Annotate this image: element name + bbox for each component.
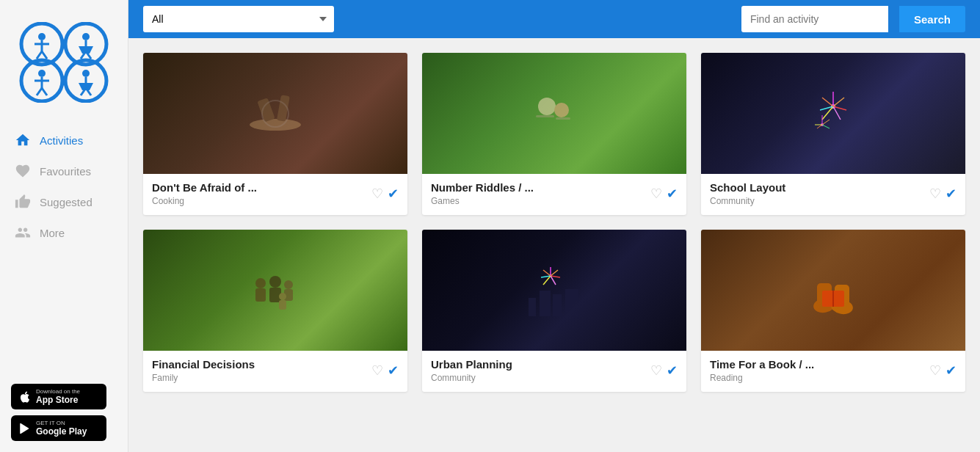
card-school-img-placeholder	[701, 53, 965, 174]
svg-line-43	[822, 125, 830, 128]
card-urban-favourite[interactable]: ♡	[650, 362, 662, 379]
thumb-icon	[15, 194, 31, 210]
sidebar-item-more[interactable]: More	[0, 217, 128, 248]
appstore-sub-label: Download on the	[36, 388, 80, 395]
card-book-image	[701, 230, 965, 351]
category-filter[interactable]: All Cooking Games Community Family Readi…	[143, 6, 334, 32]
svg-point-14	[38, 70, 46, 77]
card-riddles-check[interactable]: ✔	[667, 186, 678, 202]
card-urban-actions: ♡ ✔	[650, 362, 678, 379]
header: All Cooking Games Community Family Readi…	[128, 0, 980, 38]
sidebar-item-suggested[interactable]: Suggested	[0, 186, 128, 217]
riddles-visual	[525, 84, 584, 143]
card-financial-actions: ♡ ✔	[371, 362, 399, 379]
card-book-check[interactable]: ✔	[945, 362, 957, 379]
card-school-image	[701, 53, 965, 174]
card-cooking-info: Don't Be Afraid of ... Cooking	[152, 181, 371, 206]
card-urban-category: Community	[431, 373, 650, 383]
svg-line-61	[551, 276, 560, 277]
svg-line-65	[543, 270, 551, 276]
search-input[interactable]	[741, 6, 888, 32]
card-book-body: Time For a Book / ... Reading ♡ ✔	[701, 351, 965, 392]
card-book-title: Time For a Book / ...	[710, 358, 929, 371]
search-button[interactable]: Search	[899, 6, 965, 32]
card-financial-title: Financial Decisions	[152, 358, 371, 371]
sidebar-label-activities: Activities	[40, 134, 83, 147]
card-cooking-favourite[interactable]: ♡	[371, 186, 383, 202]
sidebar: Activities Favourites Suggested More Dow…	[0, 0, 128, 452]
card-riddles-image	[422, 53, 686, 174]
card-riddles-img-placeholder	[422, 53, 686, 174]
card-urban-body: Urban Planning Community ♡ ✔	[422, 351, 686, 392]
app-logo	[16, 22, 112, 103]
card-urban: Urban Planning Community ♡ ✔	[422, 230, 686, 392]
card-urban-check[interactable]: ✔	[667, 362, 678, 379]
urban-fireworks-visual	[525, 261, 584, 320]
card-financial-info: Financial Decisions Family	[152, 358, 371, 383]
card-financial: Financial Decisions Family ♡ ✔	[143, 230, 407, 392]
card-cooking-actions: ♡ ✔	[371, 186, 399, 202]
card-urban-info: Urban Planning Community	[431, 358, 650, 383]
apple-icon	[18, 390, 32, 404]
card-school-favourite[interactable]: ♡	[929, 186, 941, 202]
main-content: All Cooking Games Community Family Readi…	[128, 0, 980, 452]
card-riddles-favourite[interactable]: ♡	[650, 186, 662, 202]
svg-point-19	[82, 70, 90, 77]
svg-rect-47	[255, 288, 266, 302]
card-financial-favourite[interactable]: ♡	[371, 362, 383, 379]
card-book-actions: ♡ ✔	[929, 362, 957, 379]
svg-rect-54	[529, 298, 536, 316]
svg-line-8	[42, 51, 47, 59]
svg-point-29	[554, 103, 569, 117]
appstore-main-label: App Store	[36, 395, 80, 405]
card-cooking-img-placeholder	[143, 53, 407, 174]
card-riddles-info: Number Riddles / ... Games	[431, 181, 650, 206]
svg-point-48	[269, 276, 281, 288]
card-financial-body: Financial Decisions Family ♡ ✔	[143, 351, 407, 392]
activities-grid: Don't Be Afraid of ... Cooking ♡ ✔	[143, 53, 965, 392]
svg-point-28	[538, 98, 556, 115]
school-fireworks-visual	[804, 84, 863, 143]
googleplay-button[interactable]: GET IT ON Google Play	[11, 415, 106, 441]
book-visual	[804, 261, 863, 320]
svg-rect-30	[536, 115, 554, 117]
sidebar-item-favourites[interactable]: Favourites	[0, 156, 128, 186]
sidebar-label-favourites: Favourites	[40, 165, 91, 178]
svg-point-24	[250, 119, 301, 131]
svg-point-9	[82, 33, 90, 40]
heart-nav-icon	[15, 163, 31, 179]
googleplay-main-label: Google Play	[36, 426, 87, 437]
card-financial-image	[143, 230, 407, 351]
sidebar-item-activities[interactable]: Activities	[0, 125, 128, 156]
card-cooking-category: Cooking	[152, 196, 371, 206]
card-school-check[interactable]: ✔	[945, 186, 957, 202]
card-school-body: School Layout Community ♡ ✔	[701, 174, 965, 215]
card-school: School Layout Community ♡ ✔	[701, 53, 965, 215]
svg-rect-53	[279, 300, 286, 310]
svg-line-7	[37, 51, 42, 59]
card-financial-category: Family	[152, 373, 371, 383]
family-visual	[246, 261, 305, 320]
svg-line-39	[822, 98, 833, 106]
svg-line-44	[817, 125, 822, 128]
appstore-button[interactable]: Download on the App Store	[11, 384, 106, 409]
card-urban-img-placeholder	[422, 230, 686, 351]
card-riddles-body: Number Riddles / ... Games ♡ ✔	[422, 174, 686, 215]
svg-point-52	[279, 293, 286, 300]
card-cooking-image	[143, 53, 407, 174]
group-icon	[15, 225, 31, 241]
svg-line-62	[551, 276, 556, 285]
svg-point-46	[255, 278, 266, 288]
svg-rect-57	[565, 289, 578, 316]
card-cooking-body: Don't Be Afraid of ... Cooking ♡ ✔	[143, 174, 407, 215]
svg-rect-55	[540, 291, 551, 316]
card-book-img-placeholder	[701, 230, 965, 351]
card-cooking-check[interactable]: ✔	[388, 186, 399, 202]
card-financial-check[interactable]: ✔	[388, 362, 399, 379]
card-book-category: Reading	[710, 373, 929, 383]
svg-point-50	[284, 280, 293, 289]
svg-line-34	[833, 98, 844, 106]
card-book-favourite[interactable]: ♡	[929, 362, 941, 379]
cooking-visual	[246, 84, 305, 143]
svg-line-60	[551, 270, 558, 276]
